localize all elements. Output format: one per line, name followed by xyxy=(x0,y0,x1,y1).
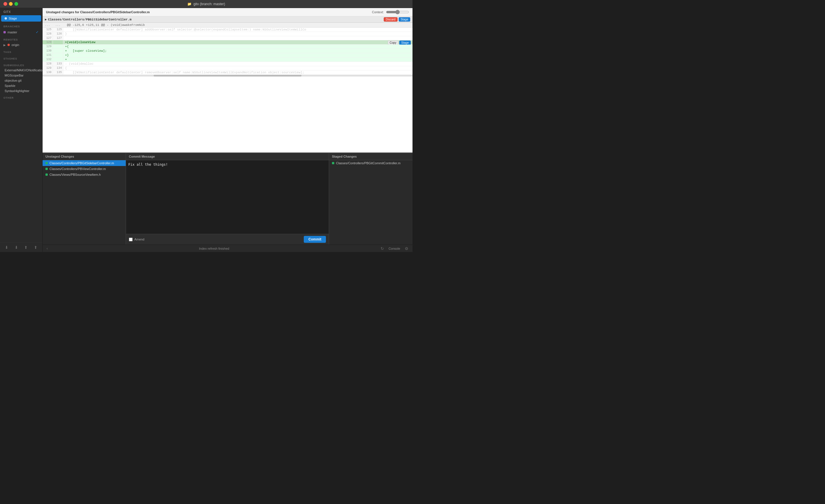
line-num-old-128: 128 xyxy=(43,40,53,44)
sidebar-bottom-bar: ⬇ ⬇ ⬆ ⬆ xyxy=(0,242,42,252)
sidebar-item-submodule-objgit[interactable]: objective-git xyxy=(0,78,42,83)
line-num-new-blank4 xyxy=(53,53,63,57)
settings-button[interactable]: ⚙ xyxy=(403,246,409,251)
diff-file-header: ▶ Classes/Controllers/PBGitSidebarContro… xyxy=(43,16,412,23)
context-control: Context: xyxy=(372,10,409,14)
content-area: Unstaged changes for Classes/Controllers… xyxy=(43,8,412,252)
file-modified-dot2 xyxy=(46,168,48,170)
titlebar: 📁 gitx (branch: master) xyxy=(0,0,412,8)
sidebar: GITX Stage BRANCHES master ✓ REMOTES ▶ o… xyxy=(0,8,43,252)
discard-hunk-button[interactable]: Discard xyxy=(384,17,397,21)
maximize-button[interactable] xyxy=(14,2,18,6)
diff-line-dealloc: 128 133 - (void)dealloc xyxy=(43,62,412,66)
remote-dot xyxy=(7,44,10,46)
sidebar-push-button[interactable]: ⬆ xyxy=(23,244,29,250)
line-num-old-129c: 129 xyxy=(43,66,53,70)
scrollbar-thumb[interactable] xyxy=(154,75,301,76)
main-layout: GITX Stage BRANCHES master ✓ REMOTES ▶ o… xyxy=(0,8,412,252)
diff-line: 127 127 xyxy=(43,36,412,40)
statusbar-right: ↻ Console ⚙ xyxy=(379,246,409,251)
diff-horizontal-scrollbar[interactable] xyxy=(43,75,412,76)
line-num-old-132: 132 xyxy=(43,58,53,62)
window-title: 📁 gitx (branch: master) xyxy=(187,2,225,6)
line-content: } xyxy=(63,32,412,36)
commit-footer: Amend Commit xyxy=(126,234,329,244)
remotes-section-label: REMOTES xyxy=(0,35,42,42)
line-actions-bar: Copy Stage xyxy=(388,41,411,45)
unstaged-file-item-sidebar[interactable]: Classes/Controllers/PBGitSidebarControll… xyxy=(43,160,126,166)
unstaged-file-item-pbsource[interactable]: Classes/Views/PBSourceViewItem.h xyxy=(43,172,126,177)
sidebar-pull-button[interactable]: ⬇ xyxy=(13,244,19,250)
stage-label: Stage xyxy=(9,17,17,20)
stage-hunk-button[interactable]: Stage xyxy=(399,17,410,21)
other-section-label: OTHER xyxy=(0,93,42,100)
remote-name: origin xyxy=(11,43,19,47)
stage-line-button[interactable]: Stage xyxy=(399,41,411,45)
hunk-action-bar: Discard Stage xyxy=(384,17,410,21)
line-content xyxy=(63,36,412,40)
nav-back-button[interactable]: ‹ xyxy=(46,246,49,251)
diff-line-added-brace-close: 131 +} xyxy=(43,53,412,58)
minimize-button[interactable] xyxy=(9,2,13,6)
unstaged-filename-sidebar: Classes/Controllers/PBGitSidebarControll… xyxy=(50,161,114,165)
line-num-old-128c: 128 xyxy=(43,62,53,66)
status-text: Index refresh finished xyxy=(199,247,229,250)
sidebar-item-master[interactable]: master ✓ xyxy=(0,29,42,35)
unstaged-filename-pbview: Classes/Controllers/PBViewController.m xyxy=(50,167,106,170)
sidebar-fetch-button[interactable]: ⬇ xyxy=(4,244,9,250)
console-button[interactable]: Console xyxy=(389,247,400,250)
line-content-super: + [super closeView]; xyxy=(63,49,412,53)
line-num-new: 125 xyxy=(53,27,63,31)
sidebar-item-submodule-mgscope[interactable]: MGScopeBar xyxy=(0,73,42,78)
bottom-panel: Unstaged Changes Classes/Controllers/PBG… xyxy=(43,152,412,244)
branch-name: master xyxy=(7,30,17,34)
commit-button[interactable]: Commit xyxy=(304,236,326,243)
app-label: GITX xyxy=(0,8,42,15)
line-content-removeobserver: [[NSNotificationCenter defaultCenter] re… xyxy=(63,70,412,74)
diff-line-added-super: 130 + [super closeView]; xyxy=(43,49,412,53)
line-num-old-130: 130 xyxy=(43,49,53,53)
nav-buttons: ‹ xyxy=(46,246,49,251)
line-num-old-131: 131 xyxy=(43,53,53,57)
refresh-button[interactable]: ↻ xyxy=(379,246,385,251)
unstaged-file-item-pbview[interactable]: Classes/Controllers/PBViewController.m xyxy=(43,166,126,172)
line-num-old-129: 129 xyxy=(43,45,53,49)
stashes-section-label: STASHES xyxy=(0,54,42,61)
sidebar-item-submodule-sparkle[interactable]: Sparkle xyxy=(0,83,42,88)
sidebar-item-submodule-syntax[interactable]: SyntaxHighlighter xyxy=(0,88,42,93)
sidebar-item-stage[interactable]: Stage xyxy=(1,15,41,21)
unstaged-panel: Unstaged Changes Classes/Controllers/PBG… xyxy=(43,153,126,244)
commit-panel: Commit Message Fix all the things! Amend… xyxy=(126,153,329,244)
unstaged-header: Unstaged Changes xyxy=(43,153,126,160)
diff-file-name: Classes/Controllers/PBGitSidebarControll… xyxy=(48,18,132,21)
staged-file-item-commit[interactable]: Classes/Controllers/PBGitCommitControlle… xyxy=(329,160,412,166)
file-modified-dot xyxy=(46,162,48,164)
line-num-new-135: 135 xyxy=(53,70,63,74)
sidebar-item-submodule-makvo[interactable]: External/MAKVONotificationCenter xyxy=(0,68,42,73)
staged-header: Staged Changes xyxy=(329,153,412,160)
commit-message-input[interactable]: Fix all the things! xyxy=(126,160,329,234)
line-num-new: 126 xyxy=(53,32,63,36)
close-button[interactable] xyxy=(3,2,7,6)
line-num-new-blank2 xyxy=(53,45,63,49)
sidebar-item-origin[interactable]: ▶ origin xyxy=(0,42,42,48)
diff-line: 126 126 } xyxy=(43,32,412,36)
context-slider[interactable] xyxy=(386,10,409,14)
staged-panel: Staged Changes Classes/Controllers/PBGit… xyxy=(329,153,412,244)
diff-file-indicator: ▶ xyxy=(45,17,47,21)
line-num-new-133: 133 xyxy=(53,62,63,66)
commit-message-header: Commit Message xyxy=(126,153,329,160)
line-num-new: 127 xyxy=(53,36,63,40)
amend-row: Amend xyxy=(129,238,144,241)
staged-filename-commit: Classes/Controllers/PBGitCommitControlle… xyxy=(336,161,400,165)
window-controls[interactable] xyxy=(3,2,18,6)
staged-file-list: Classes/Controllers/PBGitCommitControlle… xyxy=(329,160,412,244)
amend-checkbox[interactable] xyxy=(129,238,133,241)
statusbar: ‹ Index refresh finished ↻ Console ⚙ xyxy=(43,244,412,252)
line-num-new-blank xyxy=(53,40,63,44)
diff-line: 125 125 [[NSNotificationCenter defaultCe… xyxy=(43,27,412,32)
sidebar-action-button[interactable]: ⬆ xyxy=(33,244,39,250)
diff-line-added-closeview: 128 +(void)closeView Copy Stage xyxy=(43,40,412,45)
copy-button[interactable]: Copy xyxy=(388,41,398,45)
line-num-old-130c: 130 xyxy=(43,70,53,74)
